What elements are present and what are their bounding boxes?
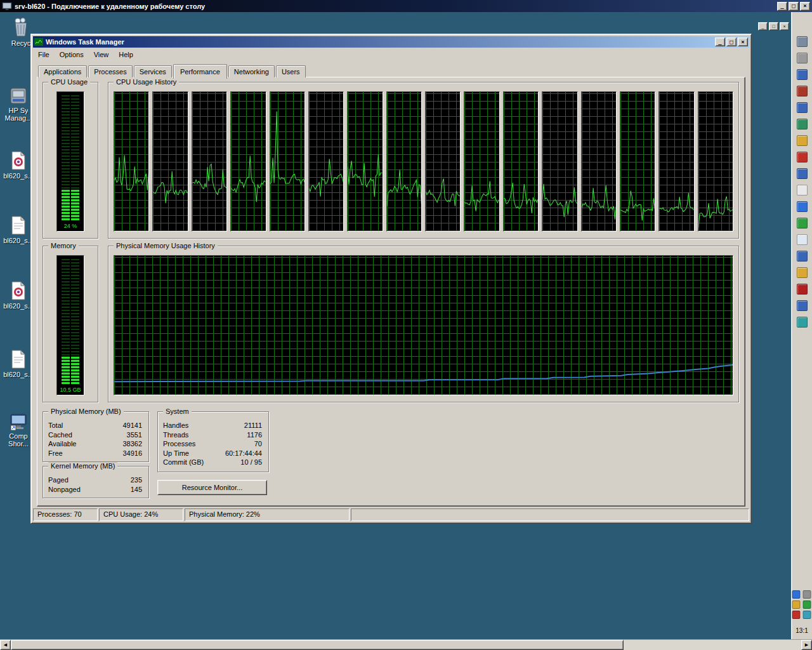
tab-services[interactable]: Services [134,65,172,77]
corner-button-3[interactable]: × [780,22,789,30]
tm-maximize-button[interactable]: □ [726,37,737,46]
tm-minimize-button[interactable]: _ [715,37,725,46]
cpu-core-graph-1 [114,91,149,232]
scroll-right-button[interactable]: ▶ [801,640,812,650]
tm-close-button[interactable]: × [738,37,748,46]
cpu-core-graph-11 [503,91,539,232]
quick-launch-icon-4[interactable] [797,86,808,96]
kernel-memory-group-label: Kernel Memory (MB) [48,462,117,470]
cpu-core-graph-4 [230,91,266,232]
stat-label: Handles [163,421,188,430]
tab-networking[interactable]: Networking [228,65,275,77]
quick-launch-icon-1[interactable] [797,36,808,47]
tray-icon-5[interactable] [792,611,801,619]
tray-icon-6[interactable] [803,611,811,619]
menu-options[interactable]: Options [55,50,89,60]
task-manager-menubar: FileOptionsViewHelp [33,49,749,60]
task-manager-titlebar[interactable]: Windows Task Manager _ □ × [33,36,749,48]
stat-row: Available38362 [43,439,148,449]
cpu-core-graph-8 [386,91,422,232]
memory-group-label: Memory [48,242,79,249]
stat-label: Available [48,439,76,449]
desktop-icon-label: HP Sy [9,107,29,114]
scroll-thumb[interactable] [11,640,624,650]
rdp-app-icon [2,2,12,11]
remote-desktop: Recyc HP Sy Manag... bl620_s... bl620_s.… [0,12,812,639]
stat-label: Paged [48,475,69,485]
stat-label: Processes [163,439,195,449]
tab-users[interactable]: Users [276,65,306,77]
quick-launch-icon-12[interactable] [797,218,808,229]
resource-monitor-button[interactable]: Resource Monitor... [157,480,267,495]
quick-launch-icon-16[interactable] [797,284,808,295]
tray-icon-1[interactable] [792,590,801,599]
physical-memory-group: Physical Memory (MB) Total49141Cached355… [43,411,149,462]
quick-launch-icon-13[interactable] [797,234,808,245]
tray-icon-4[interactable] [803,600,811,609]
system-tray [792,590,812,619]
stat-value: 1176 [247,430,262,440]
status-physical-memory: Physical Memory: 22% [185,508,350,521]
quick-launch-icon-7[interactable] [797,135,808,146]
quick-launch-icon-15[interactable] [797,267,808,278]
tray-icon-3[interactable] [792,600,801,609]
cpu-usage-group: CPU Usage 24 % [43,82,98,239]
tab-applications[interactable]: Applications [38,65,87,77]
desktop-icon-label: Comp [9,432,27,440]
tab-performance[interactable]: Performance [173,64,227,79]
tray-icon-2[interactable] [803,590,811,599]
taskbar-clock[interactable]: 13:1 [792,627,812,634]
memory-group: Memory 10,5 GB [43,246,98,402]
quick-launch-icon-5[interactable] [797,102,808,113]
corner-button-1[interactable]: _ [758,22,768,30]
menu-view[interactable]: View [89,50,114,60]
rdp-minimize-button[interactable]: _ [777,2,787,11]
scroll-left-button[interactable]: ◀ [0,640,11,650]
quick-launch-icon-11[interactable] [797,201,808,212]
cpu-core-graph-14 [620,91,655,232]
kernel-memory-group: Kernel Memory (MB) Paged235Nonpaged145 [43,466,149,498]
rdp-close-button[interactable]: × [800,2,810,11]
status-cpu-usage: CPU Usage: 24% [99,508,183,521]
quick-launch-icon-8[interactable] [797,152,808,162]
status-processes: Processes: 70 [33,508,98,521]
quick-launch-icon-14[interactable] [797,251,808,262]
quick-launch-icon-2[interactable] [797,53,808,63]
stat-value: 38362 [122,439,142,449]
menu-help[interactable]: Help [114,50,138,60]
quick-launch-icon-17[interactable] [797,300,808,311]
menu-file[interactable]: File [33,50,55,60]
memory-value: 10,5 GB [57,385,84,395]
task-manager-tabs: ApplicationsProcessesServicesPerformance… [38,63,307,77]
document-logo-icon [11,151,26,170]
quick-launch-icon-18[interactable] [797,317,808,328]
quick-launch-icon-10[interactable] [797,185,808,196]
cpu-history-group: CPU Usage History [108,82,739,239]
stat-row: Free34916 [43,449,148,458]
quick-launch-icon-9[interactable] [797,168,808,179]
rdp-title: srv-bl620 - Подключение к удаленному раб… [15,3,205,10]
cpu-core-graph-10 [464,91,499,232]
stat-label: Commit (GB) [163,458,204,467]
cpu-core-graph-2 [152,91,188,232]
stat-value: 10 / 95 [240,458,262,467]
memory-history-group-label: Physical Memory Usage History [114,242,218,249]
quick-launch-icon-6[interactable] [797,119,808,129]
system-group-label: System [163,408,192,415]
rdp-titlebar[interactable]: srv-bl620 - Подключение к удаленному раб… [0,0,812,12]
memory-history-pane [114,255,733,395]
corner-button-2[interactable]: □ [769,22,778,30]
physical-memory-group-label: Physical Memory (MB) [48,408,124,415]
rdp-horizontal-scrollbar[interactable]: ◀ ▶ [0,639,812,650]
stat-row: Nonpaged145 [43,485,148,494]
rdp-restore-button[interactable]: □ [789,2,799,11]
task-manager-icon [34,38,43,46]
stat-row: Processes70 [158,439,268,449]
cpu-core-graph-12 [542,91,577,232]
stat-row: Threads1176 [158,430,268,440]
system-group: System Handles21111Threads1176Processes7… [157,411,269,472]
status-filler [351,508,749,521]
stat-row: Paged235 [43,475,148,485]
quick-launch-icon-3[interactable] [797,69,808,80]
tab-processes[interactable]: Processes [88,65,132,77]
